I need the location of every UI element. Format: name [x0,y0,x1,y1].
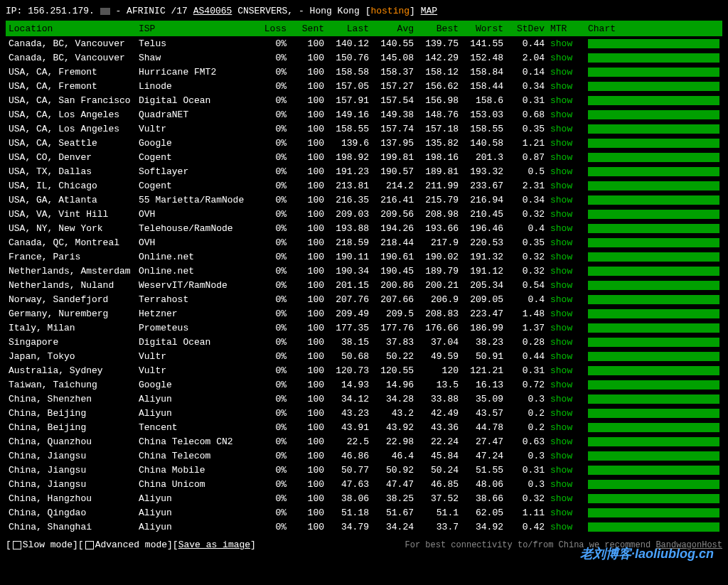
mtr-show-link[interactable]: show [550,280,572,291]
ip-label: IP: [6,6,22,16]
cell-chart [585,406,722,420]
cell-loss: 0% [252,349,289,363]
cell-mtr: show [547,321,585,335]
cell-location: China, Jiangsu [6,477,136,491]
cell-location: Norway, Sandefjord [6,292,136,306]
cell-isp: Digital Ocean [136,335,252,349]
col-last[interactable]: Last [327,21,372,36]
cell-avg: 43.92 [372,420,417,434]
cell-best: 43.36 [417,420,461,434]
mtr-show-link[interactable]: show [550,465,572,476]
col-stdev[interactable]: StDev [506,21,547,36]
mtr-show-link[interactable]: show [550,95,572,106]
col-mtr[interactable]: MTR [547,21,585,36]
mtr-show-link[interactable]: show [550,451,572,461]
mtr-show-link[interactable]: show [550,152,572,163]
save-as-image-link[interactable]: Save as image [178,540,250,550]
mtr-show-link[interactable]: show [550,508,572,518]
cell-mtr: show [547,193,585,207]
col-best[interactable]: Best [417,21,461,36]
cell-chart [585,449,722,463]
chart-bar [588,366,719,375]
mtr-show-link[interactable]: show [550,81,572,92]
table-row: China, ShanghaiAliyun0%10034.7934.2433.7… [6,520,722,534]
cell-last: 14.93 [327,377,372,392]
mtr-show-link[interactable]: show [550,237,572,248]
mtr-show-link[interactable]: show [550,124,572,134]
cell-worst: 44.78 [461,420,506,434]
cell-loss: 0% [252,93,289,107]
col-worst[interactable]: Worst [461,21,506,36]
col-avg[interactable]: Avg [372,21,417,36]
cell-chart [585,463,722,477]
mtr-show-link[interactable]: show [550,337,572,348]
col-chart[interactable]: Chart [585,21,722,36]
col-isp[interactable]: ISP [136,21,252,36]
mtr-show-link[interactable]: show [550,479,572,490]
mtr-show-link[interactable]: show [550,294,572,305]
advanced-mode-label[interactable]: Advanced mode [95,540,167,550]
mtr-show-link[interactable]: show [550,223,572,234]
mtr-show-link[interactable]: show [550,308,572,319]
cell-isp: Vultr [136,363,252,377]
mtr-show-link[interactable]: show [550,166,572,177]
cell-sent: 100 [289,79,327,93]
cell-avg: 137.95 [372,136,417,150]
cell-best: 120 [417,363,461,377]
advanced-mode-checkbox[interactable] [85,541,94,549]
mtr-show-link[interactable]: show [550,493,572,504]
cell-sent: 100 [289,434,327,449]
cell-chart [585,207,722,221]
mtr-show-link[interactable]: show [550,252,572,262]
mtr-show-link[interactable]: show [550,323,572,333]
mtr-show-link[interactable]: show [550,195,572,205]
mtr-show-link[interactable]: show [550,209,572,220]
mtr-show-link[interactable]: show [550,436,572,447]
ip-value: 156.251.179. [28,6,95,16]
cell-mtr: show [547,278,585,292]
cell-chart [585,292,722,306]
cell-chart [585,264,722,278]
cell-best: 135.82 [417,136,461,150]
mtr-show-link[interactable]: show [550,522,572,532]
cell-worst: 140.58 [461,136,506,150]
cell-location: USA, CO, Denver [6,150,136,164]
mtr-show-link[interactable]: show [550,380,572,390]
chart-bar [588,224,719,233]
mtr-show-link[interactable]: show [550,138,572,149]
mtr-show-link[interactable]: show [550,67,572,77]
col-loss[interactable]: Loss [252,21,289,36]
cell-worst: 152.48 [461,50,506,65]
asn-link[interactable]: AS40065 [193,6,232,16]
slow-mode-label[interactable]: Slow mode [23,540,73,550]
mtr-show-link[interactable]: show [550,109,572,120]
cell-stdev: 0.28 [506,335,547,349]
mtr-show-link[interactable]: show [550,38,572,49]
mtr-show-link[interactable]: show [550,266,572,277]
cell-mtr: show [547,292,585,306]
mtr-show-link[interactable]: show [550,53,572,63]
chart-bar [588,466,719,475]
mtr-show-link[interactable]: show [550,365,572,376]
cell-mtr: show [547,136,585,150]
hosting-tag: hosting [370,6,410,16]
cell-chart [585,50,722,65]
cell-last: 120.73 [327,363,372,377]
cell-chart [585,392,722,406]
mtr-show-link[interactable]: show [550,181,572,191]
cell-worst: 141.55 [461,36,506,50]
mtr-show-link[interactable]: show [550,408,572,419]
cell-loss: 0% [252,178,289,193]
col-location[interactable]: Location [6,21,136,36]
mtr-show-link[interactable]: show [550,394,572,404]
mtr-show-link[interactable]: show [550,351,572,362]
mtr-show-link[interactable]: show [550,422,572,433]
cell-last: 190.34 [327,264,372,278]
table-row: USA, CA, SeattleGoogle0%100139.6137.9513… [6,136,722,150]
map-link[interactable]: MAP [421,6,437,16]
slow-mode-checkbox[interactable] [13,541,21,549]
col-sent[interactable]: Sent [289,21,327,36]
cell-worst: 193.32 [461,164,506,178]
bandwagon-link[interactable]: BandwagonHost [655,540,722,550]
cell-best: 193.66 [417,221,461,235]
